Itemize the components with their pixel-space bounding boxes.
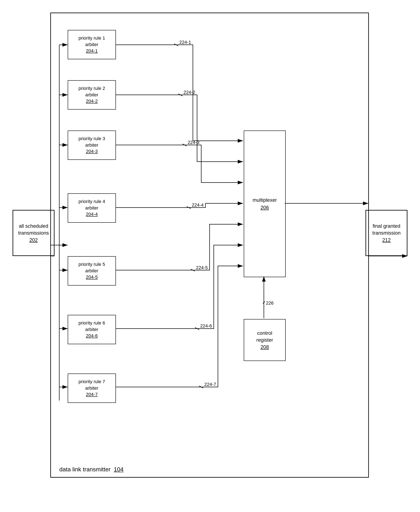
svg-line-23 (199, 386, 203, 388)
svg-text:224-4: 224-4 (192, 202, 203, 208)
svg-line-13 (178, 94, 183, 96)
svg-text:224-5: 224-5 (196, 265, 208, 270)
diagram-container: all scheduledtransmissions 202 final gra… (13, 13, 407, 499)
all-scheduled-box: all scheduledtransmissions 202 (13, 210, 54, 256)
outer-box-label: data link transmitter 104 (59, 466, 124, 473)
arbiter-1: priority rule 1arbiter 204-1 (68, 30, 116, 59)
svg-text:224-6: 224-6 (200, 323, 212, 328)
svg-line-26 (263, 301, 265, 304)
svg-line-15 (183, 144, 187, 146)
all-scheduled-num: 202 (29, 237, 38, 244)
arbiter-4: priority rule 4arbiter 204-4 (68, 193, 116, 223)
arbiter-2: priority rule 2arbiter 204-2 (68, 80, 116, 110)
final-granted-box: final grantedtransmission 212 (366, 210, 407, 256)
svg-text:224-2: 224-2 (183, 90, 195, 95)
control-register-box: controlregister 208 (244, 319, 286, 361)
svg-text:224-1: 224-1 (180, 40, 191, 45)
svg-line-17 (187, 207, 191, 209)
svg-text:226: 226 (266, 300, 274, 306)
arbiter-6: priority rule 6arbiter 204-6 (68, 315, 116, 344)
arbiter-7: priority rule 7arbiter 204-7 (68, 373, 116, 403)
svg-text:224-3: 224-3 (188, 140, 199, 145)
arbiter-3: priority rule 3arbiter 204-3 (68, 131, 116, 160)
svg-line-19 (191, 269, 195, 271)
outer-box: data link transmitter 104 priority rule … (50, 13, 369, 478)
multiplexer-box: multiplexer 206 (244, 131, 286, 277)
svg-line-21 (195, 327, 199, 330)
final-granted-num: 212 (382, 237, 391, 244)
arbiter-5: priority rule 5arbiter 204-5 (68, 256, 116, 286)
svg-line-11 (174, 44, 178, 46)
all-scheduled-label: all scheduledtransmissions (18, 223, 49, 237)
svg-text:224-7: 224-7 (204, 382, 216, 387)
final-granted-label: final grantedtransmission (372, 223, 401, 237)
